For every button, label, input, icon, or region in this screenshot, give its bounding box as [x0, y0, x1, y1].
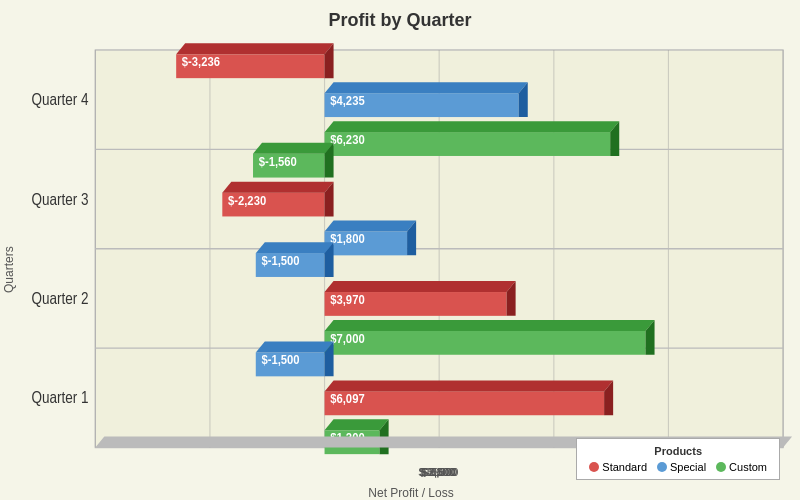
svg-marker-34: [325, 221, 417, 232]
svg-marker-30: [222, 182, 333, 193]
svg-text:$-1,560: $-1,560: [259, 154, 297, 169]
legend-dot: [589, 462, 599, 472]
svg-marker-56: [325, 380, 614, 391]
svg-text:$6,097: $6,097: [330, 391, 364, 406]
svg-marker-26: [253, 143, 334, 154]
svg-text:$-1,500: $-1,500: [261, 352, 299, 367]
legend-dot: [716, 462, 726, 472]
svg-marker-52: [256, 342, 334, 353]
svg-marker-43: [325, 281, 516, 292]
svg-marker-60: [325, 419, 389, 430]
svg-marker-17: [325, 82, 528, 93]
svg-text:$-3,236: $-3,236: [182, 54, 220, 69]
svg-marker-13: [176, 43, 333, 54]
chart-svg: Quarter 4$-3,236$4,235$6,230Quarter 3$-1…: [22, 39, 800, 464]
svg-text:Quarter 2: Quarter 2: [31, 289, 88, 308]
y-axis-label: Quarters: [0, 39, 22, 500]
svg-text:$1,800: $1,800: [330, 231, 364, 246]
svg-rect-46: [325, 331, 646, 355]
legend-items: Standard Special Custom: [589, 461, 767, 473]
legend-item-custom: Custom: [716, 461, 767, 473]
chart-title: Profit by Quarter: [328, 10, 471, 31]
legend-label: Standard: [602, 461, 647, 473]
svg-rect-55: [325, 391, 605, 415]
legend-item-standard: Standard: [589, 461, 647, 473]
x-axis-label: Net Profit / Loss: [368, 486, 453, 500]
svg-marker-21: [325, 121, 620, 132]
chart-container: Profit by Quarter Quarters Quarter 4$-3,…: [0, 0, 800, 500]
chart-area: Quarter 4$-3,236$4,235$6,230Quarter 3$-1…: [22, 39, 800, 500]
chart-body: Quarters Quarter 4$-3,236$4,235$6,230Qua…: [0, 39, 800, 500]
svg-text:Quarter 3: Quarter 3: [31, 189, 88, 208]
x-tick: $10,000: [419, 466, 459, 478]
legend-label: Custom: [729, 461, 767, 473]
legend-title: Products: [589, 445, 767, 457]
svg-text:$4,235: $4,235: [330, 93, 364, 108]
svg-text:$3,970: $3,970: [330, 292, 364, 307]
legend-item-special: Special: [657, 461, 706, 473]
svg-text:$7,000: $7,000: [330, 331, 364, 346]
svg-text:Quarter 1: Quarter 1: [31, 388, 88, 407]
legend-dot: [657, 462, 667, 472]
svg-marker-47: [325, 320, 655, 331]
svg-rect-20: [325, 132, 611, 156]
svg-text:$-1,500: $-1,500: [261, 253, 299, 268]
svg-text:$-2,230: $-2,230: [228, 193, 266, 208]
svg-text:$6,230: $6,230: [330, 132, 364, 147]
legend: Products Standard Special Custom: [576, 438, 780, 480]
legend-label: Special: [670, 461, 706, 473]
svg-marker-39: [256, 242, 334, 253]
svg-text:Quarter 4: Quarter 4: [31, 90, 88, 109]
